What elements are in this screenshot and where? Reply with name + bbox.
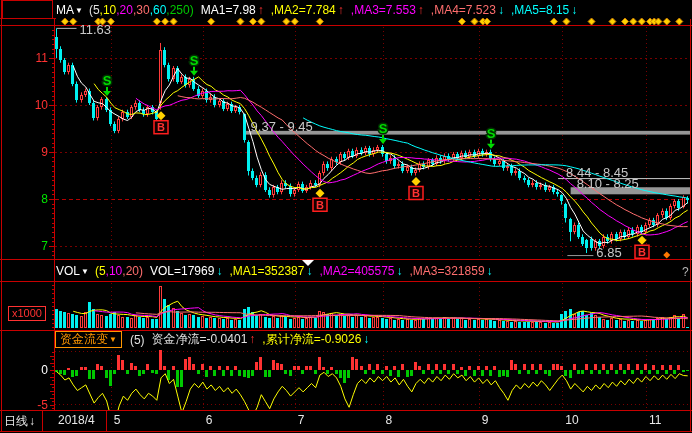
flow-toolbar: 资金流变▼ (5) 资金净流=-0.0401↑ ,累计净流=-0.9026↓ (55, 331, 369, 348)
down-arrow-icon: ↓ (363, 332, 369, 346)
x-axis-month-label: 10 (565, 413, 578, 427)
down-arrow-icon: ↓ (487, 264, 493, 278)
down-arrow-icon: ↓ (498, 3, 504, 17)
x-axis-month-label: 11 (649, 413, 661, 427)
down-arrow-icon: ↓ (29, 414, 35, 428)
ma3-value: ,MA3=7.553↑ (351, 3, 424, 17)
flow-param: (5) (130, 333, 145, 347)
stock-chart-window: MA▼ (5,10,20,30,60,250) MA1=7.98↑ ,MA2=7… (0, 0, 692, 433)
down-arrow-icon: ↓ (306, 264, 312, 278)
chevron-down-icon: ▼ (109, 332, 117, 347)
help-icon[interactable]: ? (682, 265, 689, 279)
down-arrow-icon: ↓ (216, 264, 222, 278)
price-range-annotation: 9.37 - 9.45 (251, 119, 313, 134)
x-axis-month-label: 7 (298, 413, 305, 427)
vol-params: (5,10,20) (95, 264, 143, 278)
x-axis-month-label: 9 (482, 413, 489, 427)
x-axis-month-label: 5 (114, 413, 121, 427)
price-axis-label: 7 (18, 239, 48, 253)
up-arrow-icon: ↑ (338, 3, 344, 17)
chevron-down-icon: ▼ (75, 6, 83, 15)
vol-dropdown[interactable]: VOL▼ (56, 264, 89, 278)
ma-toolbar: MA▼ (5,10,20,30,60,250) MA1=7.98↑ ,MA2=7… (56, 1, 577, 18)
price-axis-label: 8 (18, 192, 48, 206)
chart-canvas[interactable] (0, 0, 692, 433)
vol-dropdown-label: VOL (56, 264, 80, 278)
chevron-down-icon: ▼ (81, 267, 89, 276)
flow-axis-label: 0 (18, 363, 48, 377)
cum-flow-value: ,累计净流=-0.9026↓ (262, 331, 369, 348)
price-axis-label: 10 (18, 98, 48, 112)
up-arrow-icon: ↑ (258, 3, 264, 17)
ma1-value: MA1=7.98↑ (201, 3, 264, 17)
trough-price-annotation: 6.85 (596, 245, 621, 260)
up-arrow-icon: ↑ (418, 3, 424, 17)
ma5-value: ,MA5=8.15↓ (511, 3, 577, 17)
x-axis-month-label: 8 (386, 413, 393, 427)
vol-value: VOL=17969↓ (150, 264, 222, 278)
vol-toolbar: VOL▼ (5,10,20) VOL=17969↓ ,MA1=352387↓ ,… (56, 262, 493, 279)
ma2-value: ,MA2=7.784↑ (271, 3, 344, 17)
vol-ma1-value: ,MA1=352387↓ (229, 264, 312, 278)
x-axis-month-label: 6 (206, 413, 213, 427)
price-axis-label: 9 (18, 145, 48, 159)
net-flow-value: 资金净流=-0.0401↑ (152, 331, 256, 348)
ma4-value: ,MA4=7.523↓ (431, 3, 504, 17)
down-arrow-icon: ↓ (571, 3, 577, 17)
peak-price-annotation: 11.63 (80, 22, 112, 37)
flow-dropdown-label: 资金流变 (60, 332, 108, 347)
ma-dropdown-label: MA (56, 3, 74, 17)
volume-unit-label: x1000 (8, 306, 46, 321)
down-arrow-icon: ↓ (397, 264, 403, 278)
vol-ma3-value: ,MA3=321859↓ (410, 264, 493, 278)
price-axis-label: 11 (18, 51, 48, 65)
price-range-annotation: 8.10 - 8.25 (577, 176, 639, 191)
up-arrow-icon: ↑ (249, 332, 255, 346)
flow-axis-label: -5 (18, 398, 48, 412)
period-selector[interactable]: 日线↓ (4, 413, 35, 430)
flow-dropdown[interactable]: 资金流变▼ (55, 331, 122, 348)
vol-ma2-value: ,MA2=405575↓ (319, 264, 402, 278)
ma-params: (5,10,20,30,60,250) (89, 3, 194, 17)
x-axis-origin-label: 2018/4 (58, 413, 95, 427)
ma-dropdown[interactable]: MA▼ (56, 3, 83, 17)
